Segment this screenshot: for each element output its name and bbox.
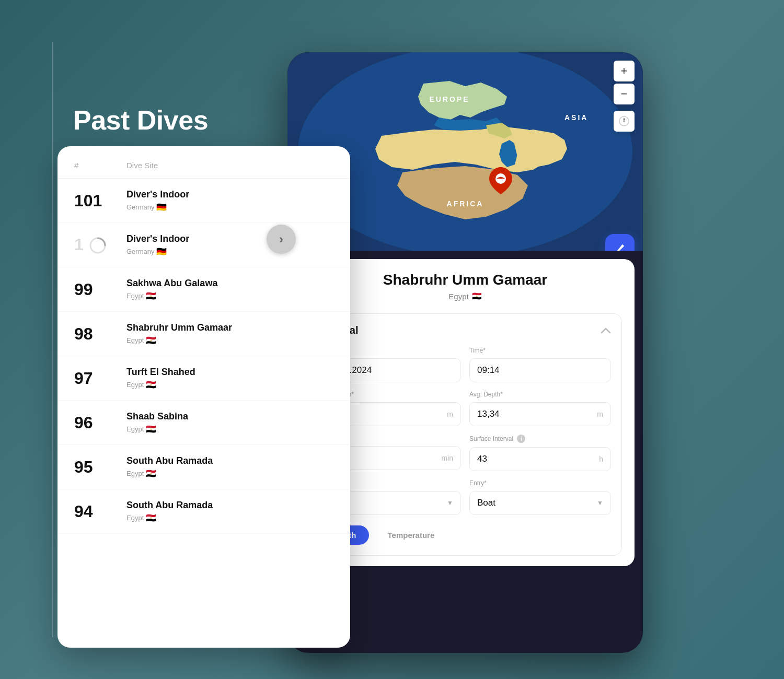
- list-item[interactable]: 1 Diver's Indoor Germany 🇩🇪: [57, 223, 350, 267]
- site-country: Egypt 🇪🇬: [126, 380, 333, 390]
- dive-number: 95: [74, 458, 126, 477]
- entry-select[interactable]: Boat ▼: [469, 491, 611, 515]
- depth-row: Max. Depth* 18,7 m Avg. Depth* 13,34 m: [319, 391, 611, 426]
- entry-label: Entry*: [469, 479, 611, 487]
- chevron-right-icon: ›: [279, 232, 283, 247]
- surface-interval-unit: h: [599, 455, 603, 463]
- list-item[interactable]: 97 Turft El Shahed Egypt 🇪🇬: [57, 356, 350, 401]
- site-name: Sakhwa Abu Galawa: [126, 278, 333, 289]
- date-time-row: Date* 18.08.2024 Time* 09:14: [319, 347, 611, 382]
- dive-number: 96: [74, 413, 126, 432]
- list-item[interactable]: 101 Diver's Indoor Germany 🇩🇪: [57, 179, 350, 223]
- map-controls: + −: [614, 61, 635, 132]
- dive-number: 101: [74, 191, 126, 210]
- avg-depth-input[interactable]: 13,34 m: [469, 402, 611, 426]
- type-entry-row: Dive Type* Fun ▼ Entry* Boat ▼: [319, 479, 611, 515]
- site-name: South Abu Ramada: [126, 500, 333, 511]
- surface-interval-field-group: Surface Interval i 43 h: [469, 435, 611, 471]
- temperature-tab[interactable]: Temperature: [375, 525, 447, 545]
- site-name: Shaab Sabina: [126, 411, 333, 422]
- country-flag-icon: 🇪🇬: [146, 424, 156, 434]
- country-flag-icon: 🇪🇬: [146, 335, 156, 345]
- dive-number: 94: [74, 502, 126, 521]
- site-country: Germany 🇩🇪: [126, 202, 333, 212]
- chart-tabs: Depth Temperature: [319, 525, 611, 545]
- country-flag-icon: 🇩🇪: [156, 247, 167, 256]
- site-country: Germany 🇩🇪: [126, 247, 333, 256]
- dive-site-subtitle: Egypt 🇪🇬: [308, 291, 622, 301]
- dive-site-info: Diver's Indoor Germany 🇩🇪: [126, 189, 333, 212]
- dive-type-chevron-down-icon: ▼: [447, 499, 453, 507]
- avg-depth-label: Avg. Depth*: [469, 391, 611, 398]
- page-title: Past Dives: [73, 104, 208, 136]
- site-country: Egypt 🇪🇬: [126, 469, 333, 478]
- dive-number: 1: [74, 235, 126, 255]
- dive-number: 99: [74, 280, 126, 299]
- country-flag: 🇪🇬: [472, 291, 482, 301]
- site-name: Turft El Shahed: [126, 367, 333, 378]
- list-item[interactable]: 94 South Abu Ramada Egypt 🇪🇬: [57, 489, 350, 534]
- section-header: General: [319, 324, 611, 336]
- dive-time-unit: min: [441, 454, 453, 462]
- max-depth-unit: m: [447, 410, 453, 418]
- time-interval-row: Dive Time* 55 min Surface Interval i 43 …: [319, 435, 611, 471]
- info-icon[interactable]: i: [517, 435, 525, 443]
- avg-depth-unit: m: [597, 410, 603, 418]
- list-item[interactable]: 98 Shabruhr Umm Gamaar Egypt 🇪🇬: [57, 312, 350, 356]
- site-name: Shabruhr Umm Gamaar: [126, 322, 333, 333]
- time-input[interactable]: 09:14: [469, 358, 611, 382]
- asia-label: ASIA: [564, 113, 588, 122]
- country-flag-icon: 🇩🇪: [156, 202, 167, 212]
- dive-site-info: South Abu Ramada Egypt 🇪🇬: [126, 500, 333, 523]
- avg-depth-field-group: Avg. Depth* 13,34 m: [469, 391, 611, 426]
- dive-site-info: Turft El Shahed Egypt 🇪🇬: [126, 367, 333, 390]
- dive-site-info: Diver's Indoor Germany 🇩🇪: [126, 233, 333, 256]
- nav-arrow-button[interactable]: ›: [267, 225, 296, 254]
- site-country: Egypt 🇪🇬: [126, 335, 333, 345]
- dive-site-info: Sakhwa Abu Galawa Egypt 🇪🇬: [126, 278, 333, 301]
- africa-label: AFRICA: [447, 200, 484, 208]
- site-country: Egypt 🇪🇬: [126, 291, 333, 301]
- dive-site-info: Shaab Sabina Egypt 🇪🇬: [126, 411, 333, 434]
- time-label: Time*: [469, 347, 611, 354]
- header-number: #: [74, 161, 126, 170]
- site-country: Egypt 🇪🇬: [126, 424, 333, 434]
- site-name: Diver's Indoor: [126, 189, 333, 200]
- entry-chevron-down-icon: ▼: [597, 499, 603, 507]
- country-flag-icon: 🇪🇬: [146, 291, 156, 301]
- country-name: Egypt: [448, 292, 468, 301]
- site-name: South Abu Ramada: [126, 455, 333, 466]
- edit-button[interactable]: [605, 234, 635, 251]
- list-item[interactable]: 96 Shaab Sabina Egypt 🇪🇬: [57, 401, 350, 445]
- zoom-out-button[interactable]: −: [614, 84, 635, 104]
- entry-field-group: Entry* Boat ▼: [469, 479, 611, 515]
- list-item[interactable]: 95 South Abu Ramada Egypt 🇪🇬: [57, 445, 350, 489]
- surface-interval-input[interactable]: 43 h: [469, 447, 611, 471]
- site-country: Egypt 🇪🇬: [126, 513, 333, 523]
- dive-site-title: Shabruhr Umm Gamaar: [308, 272, 622, 288]
- country-flag-icon: 🇪🇬: [146, 469, 156, 478]
- general-section: General Date* 18.08.2024 Time* 09:14: [308, 313, 622, 556]
- dive-site-info: Shabruhr Umm Gamaar Egypt 🇪🇬: [126, 322, 333, 345]
- dive-number: 98: [74, 324, 126, 344]
- country-flag-icon: 🇪🇬: [146, 513, 156, 523]
- site-name: Diver's Indoor: [126, 233, 333, 244]
- dive-list-card: # Dive Site 101 Diver's Indoor Germany 🇩…: [57, 146, 350, 648]
- country-flag-icon: 🇪🇬: [146, 380, 156, 390]
- collapse-button[interactable]: [601, 324, 611, 336]
- list-item[interactable]: 99 Sakhwa Abu Galawa Egypt 🇪🇬: [57, 267, 350, 312]
- svg-point-6: [623, 120, 625, 122]
- surface-interval-label: Surface Interval i: [469, 435, 611, 443]
- europe-label: EUROPE: [429, 95, 469, 103]
- dive-site-info: South Abu Ramada Egypt 🇪🇬: [126, 455, 333, 478]
- divider-line: [52, 42, 53, 637]
- time-field-group: Time* 09:14: [469, 347, 611, 382]
- dive-number: 97: [74, 369, 126, 388]
- list-header: # Dive Site: [57, 146, 350, 179]
- compass-button[interactable]: [614, 111, 635, 132]
- zoom-in-button[interactable]: +: [614, 61, 635, 81]
- header-site: Dive Site: [126, 161, 333, 170]
